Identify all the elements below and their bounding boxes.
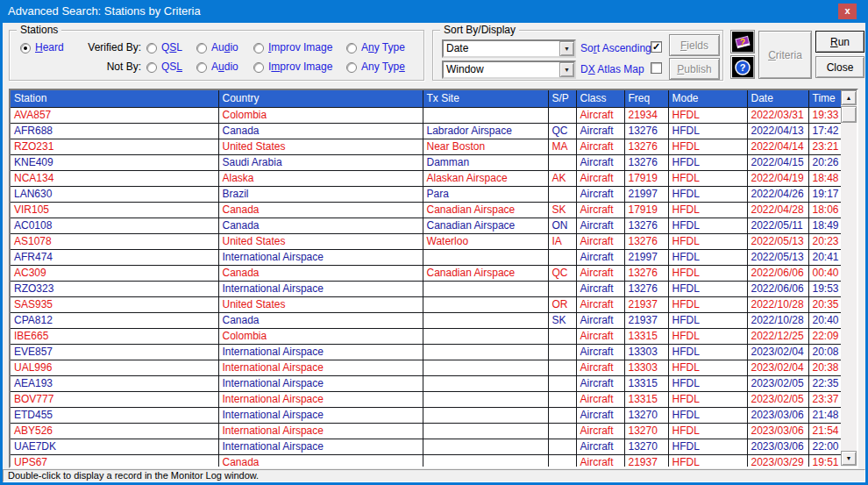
display-dropdown[interactable]: Window ▼	[442, 61, 576, 79]
table-row[interactable]: ABY526International AirspaceAircraft1327…	[11, 423, 841, 439]
not-any-type-label[interactable]: Any Type	[361, 61, 405, 73]
vertical-scrollbar[interactable]: ▲ ▼	[841, 90, 857, 467]
verified-qsl-radio[interactable]	[146, 43, 157, 53]
sort-display-group-label: Sort By/Display	[440, 24, 519, 36]
cell-station: UPS67	[11, 454, 218, 467]
cell-date: 2022/05/13	[747, 249, 808, 265]
sort-ascending-checkbox[interactable]: ✓	[651, 41, 662, 53]
help-book-button[interactable]: ?	[730, 30, 755, 53]
heard-radio[interactable]	[20, 43, 31, 53]
scroll-up-icon[interactable]: ▲	[841, 90, 857, 105]
table-row[interactable]: ETD455International AirspaceAircraft1327…	[11, 407, 841, 423]
cell-date: 2022/04/19	[747, 170, 808, 186]
cell-time: 20:26	[808, 154, 841, 170]
verified-audio-radio[interactable]	[196, 43, 207, 53]
cell-class: Aircraft	[576, 328, 624, 344]
sort-ascending-label[interactable]: Sort Ascending	[580, 42, 651, 54]
not-qsl-label[interactable]: QSL	[161, 61, 182, 73]
column-header-time[interactable]: Time	[808, 90, 841, 107]
not-audio-label[interactable]: Audio	[211, 61, 238, 73]
dx-atlas-map-label[interactable]: DX Atlas Map	[580, 63, 644, 75]
scroll-thumb[interactable]	[841, 106, 857, 123]
column-header-station[interactable]: Station	[11, 90, 218, 107]
table-row[interactable]: AFR474International AirspaceAircraft2199…	[11, 249, 841, 265]
cell-freq: 13303	[624, 360, 668, 375]
stations-table: StationCountryTx SiteS/PClassFreqModeDat…	[11, 90, 841, 467]
title-bar[interactable]: Advanced Search: Stations by Criteria x	[0, 0, 868, 23]
cell-mode: HFDL	[668, 265, 747, 281]
cell-class: Aircraft	[576, 139, 624, 154]
publish-button[interactable]: Publish	[669, 58, 720, 80]
cell-date: 2022/04/26	[747, 186, 808, 202]
table-row[interactable]: UAL996International AirspaceAircraft1330…	[11, 360, 841, 375]
table-row[interactable]: CPA812CanadaSKAircraft21937HFDL2022/10/2…	[11, 312, 841, 328]
table-row[interactable]: AVA857ColombiaAircraft21934HFDL2022/03/3…	[11, 107, 841, 123]
close-icon[interactable]: x	[838, 4, 857, 19]
cell-class: Aircraft	[576, 360, 624, 375]
column-header-country[interactable]: Country	[218, 90, 423, 107]
cell-mode: HFDL	[668, 439, 747, 454]
run-button[interactable]: Run	[815, 31, 864, 53]
not-qsl-radio[interactable]	[146, 62, 157, 73]
dx-atlas-map-checkbox[interactable]	[651, 62, 662, 74]
criteria-button[interactable]: Criteria	[758, 31, 812, 79]
cell-class: Aircraft	[576, 344, 624, 360]
verified-qsl-label[interactable]: QSL	[161, 41, 182, 53]
not-audio-radio[interactable]	[196, 62, 207, 73]
table-row[interactable]: KNE409Saudi ArabiaDammanAircraft13276HFD…	[11, 154, 841, 170]
column-header-class[interactable]: Class	[576, 90, 624, 107]
table-row[interactable]: AFR688CanadaLabrador AirspaceQCAircraft1…	[11, 123, 841, 139]
advanced-search-window: Advanced Search: Stations by Criteria x …	[0, 0, 868, 485]
cell-class: Aircraft	[576, 454, 624, 467]
sort-by-dropdown[interactable]: Date ▼	[442, 39, 576, 58]
verified-any-type-label[interactable]: Any Type	[361, 41, 405, 53]
table-row[interactable]: AC309CanadaCanadian AirspaceQCAircraft13…	[11, 265, 841, 281]
not-improv-image-label[interactable]: Improv Image	[268, 61, 332, 73]
table-row[interactable]: RZO231United StatesNear BostonMAAircraft…	[11, 139, 841, 154]
cell-station: AEA193	[11, 375, 218, 391]
not-any-type-radio[interactable]	[346, 62, 357, 73]
close-button[interactable]: Close	[815, 56, 864, 78]
table-row[interactable]: NCA134AlaskaAlaskan AirspaceAKAircraft17…	[11, 170, 841, 186]
cell-date: 2023/03/06	[747, 439, 808, 454]
table-row[interactable]: AEA193International AirspaceAircraft1331…	[11, 375, 841, 391]
cell-station: ETD455	[11, 407, 218, 423]
heard-radio-label[interactable]: Heard	[35, 41, 64, 53]
table-row[interactable]: LAN630BrazilParaAircraft21997HFDL2022/04…	[11, 186, 841, 202]
cell-tx-site: Labrador Airspace	[423, 123, 548, 139]
verified-improv-image-radio[interactable]	[253, 43, 264, 53]
cell-sp: OR	[548, 296, 576, 312]
cell-freq: 21997	[624, 249, 668, 265]
column-header-freq[interactable]: Freq	[624, 90, 668, 107]
cell-tx-site	[423, 407, 548, 423]
cell-time: 18:49	[808, 218, 841, 233]
table-row[interactable]: AC0108CanadaCanadian AirspaceONAircraft1…	[11, 218, 841, 233]
column-header-sp[interactable]: S/P	[548, 90, 576, 107]
verified-audio-label[interactable]: Audio	[211, 41, 238, 53]
table-row[interactable]: IBE665ColombiaAircraft13315HFDL2022/12/2…	[11, 328, 841, 344]
table-row[interactable]: RZO323International AirspaceAircraft1327…	[11, 281, 841, 296]
column-header-date[interactable]: Date	[747, 90, 808, 107]
verified-improv-image-label[interactable]: Improv Image	[268, 41, 332, 53]
column-header-mode[interactable]: Mode	[668, 90, 747, 107]
table-row[interactable]: EVE857International AirspaceAircraft1330…	[11, 344, 841, 360]
scroll-down-icon[interactable]: ▼	[841, 451, 857, 466]
table-row[interactable]: AS1078United StatesWaterlooIAAircraft132…	[11, 233, 841, 249]
cell-sp	[548, 344, 576, 360]
help-button[interactable]: ?	[730, 55, 755, 79]
table-row[interactable]: BOV777International AirspaceAircraft1331…	[11, 391, 841, 407]
table-row[interactable]: SAS935United StatesORAircraft21937HFDL20…	[11, 296, 841, 312]
dropdown-arrow-icon[interactable]: ▼	[559, 62, 574, 77]
cell-mode: HFDL	[668, 233, 747, 249]
table-row[interactable]: UAE7DKInternational AirspaceAircraft1327…	[11, 439, 841, 454]
table-row[interactable]: UPS67CanadaAircraft21937HFDL2023/03/2919…	[11, 454, 841, 467]
cell-station: NCA134	[11, 170, 218, 186]
column-header-tx-site[interactable]: Tx Site	[423, 90, 548, 107]
table-row[interactable]: VIR105CanadaCanadian AirspaceSKAircraft1…	[11, 202, 841, 218]
dropdown-arrow-icon[interactable]: ▼	[559, 41, 574, 56]
cell-sp	[548, 375, 576, 391]
fields-button[interactable]: Fields	[669, 34, 720, 56]
verified-any-type-radio[interactable]	[346, 43, 357, 53]
not-improv-image-radio[interactable]	[253, 62, 264, 73]
cell-freq: 13276	[624, 281, 668, 296]
